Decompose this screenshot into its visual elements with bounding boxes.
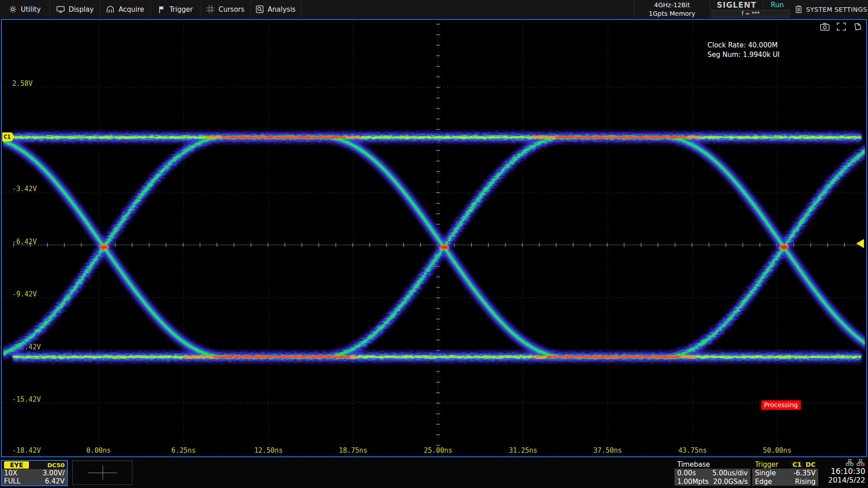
- system-date: 2014/5/22: [812, 476, 865, 485]
- eye-mode-badge: EYE: [4, 461, 29, 469]
- flag-icon: [158, 6, 165, 13]
- main-menu: Utility Display Acquire Trigger Cursors …: [0, 0, 301, 19]
- menu-label: Display: [69, 5, 94, 14]
- waveform-position-preview[interactable]: [72, 460, 132, 485]
- measurement-readout: Clock Rate: 40.000M Seg Num: 1.9940k UI: [708, 41, 780, 60]
- analysis-icon: [256, 5, 264, 13]
- timebase-panel[interactable]: Timebase 0.00s 5.00us/div 1.00Mpts 20.0G…: [675, 460, 750, 486]
- menu-label: Utility: [21, 5, 41, 14]
- menu-acquire[interactable]: Acquire: [100, 0, 151, 19]
- probe-attenuation: 10X: [4, 469, 17, 477]
- hardware-info: 4GHz-12Bit 1Gpts Memory: [634, 0, 710, 19]
- trigger-panel[interactable]: Trigger C1 DC Single -6.35V Edge Rising: [752, 460, 818, 486]
- display-icon: [57, 6, 65, 13]
- processing-badge: Processing: [761, 400, 801, 410]
- menu-label: Cursors: [218, 5, 244, 14]
- gear-icon: [9, 5, 17, 13]
- menu-utility[interactable]: Utility: [0, 0, 50, 19]
- clock-rate-value: Clock Rate: 40.000M: [708, 41, 780, 50]
- eye-diagram-trace: [2, 20, 866, 456]
- acquire-icon: [106, 6, 114, 13]
- page-flip-icon[interactable]: [853, 23, 862, 31]
- system-settings-button[interactable]: SYSTEM SETTINGS: [791, 0, 868, 19]
- plot-toolbar: [820, 23, 862, 31]
- brand-block: SIGLENT Run f = ***: [710, 0, 791, 19]
- lan-icon[interactable]: [846, 459, 854, 466]
- memory-label: 1Gpts Memory: [634, 9, 710, 18]
- menu-display[interactable]: Display: [50, 0, 100, 19]
- memory-points: 1.00Mpts: [677, 478, 709, 486]
- trigger-mode: Single: [755, 469, 776, 477]
- vertical-offset: 6.42V: [45, 477, 65, 485]
- coupling-value: DC50: [47, 462, 65, 469]
- topbar-right: 4GHz-12Bit 1Gpts Memory SIGLENT Run f = …: [634, 0, 868, 19]
- trigger-type: Edge: [755, 478, 772, 486]
- crosshair-icon: [103, 466, 103, 480]
- system-time: 16:10:30: [812, 467, 865, 476]
- menu-trigger[interactable]: Trigger: [151, 0, 201, 19]
- timebase-title: Timebase: [677, 460, 710, 469]
- channel-descriptor-box[interactable]: EYE DC50 10X 3.00V/ FULL 6.42V: [1, 460, 68, 486]
- frequency-counter: f = ***: [712, 10, 790, 18]
- fullscreen-icon[interactable]: [837, 23, 846, 31]
- status-bar: EYE DC50 10X 3.00V/ FULL 6.42V Timebase …: [0, 458, 868, 488]
- clock-block: x 16:10:30 2014/5/22: [812, 459, 865, 485]
- svg-text:x: x: [862, 461, 865, 466]
- settings-list-icon: [796, 5, 802, 13]
- timebase-scale: 5.00us/div: [712, 469, 748, 477]
- menu-cursors[interactable]: Cursors: [201, 0, 251, 19]
- camera-icon[interactable]: [820, 23, 830, 31]
- run-state-button[interactable]: Run: [763, 0, 791, 10]
- menu-label: Trigger: [170, 5, 193, 14]
- trigger-level-marker[interactable]: [856, 239, 864, 248]
- seg-num-value: Seg Num: 1.9940k UI: [708, 50, 780, 60]
- system-settings-label: SYSTEM SETTINGS: [806, 6, 867, 13]
- sample-rate: 20.0GSa/s: [713, 478, 748, 486]
- menu-analysis[interactable]: Analysis: [251, 0, 301, 19]
- menu-label: Analysis: [268, 5, 296, 14]
- bandwidth-limit: FULL: [4, 477, 20, 485]
- lan-disconnected-icon[interactable]: x: [857, 459, 865, 466]
- trigger-source: C1: [791, 461, 803, 468]
- timebase-delay: 0.00s: [677, 469, 696, 477]
- top-menu-bar: Utility Display Acquire Trigger Cursors …: [0, 0, 868, 19]
- cursors-icon: [207, 5, 214, 13]
- brand-logo: SIGLENT: [710, 0, 763, 10]
- bandwidth-label: 4GHz-12Bit: [634, 1, 710, 9]
- trigger-title: Trigger: [755, 460, 778, 469]
- vertical-scale: 3.00V/: [42, 469, 65, 477]
- oscilloscope-screen: Utility Display Acquire Trigger Cursors …: [0, 0, 868, 488]
- waveform-display-area[interactable]: 2.58V -0.42V -3.42V -6.42V -9.42V -12.42…: [1, 19, 867, 457]
- menu-label: Acquire: [118, 5, 144, 14]
